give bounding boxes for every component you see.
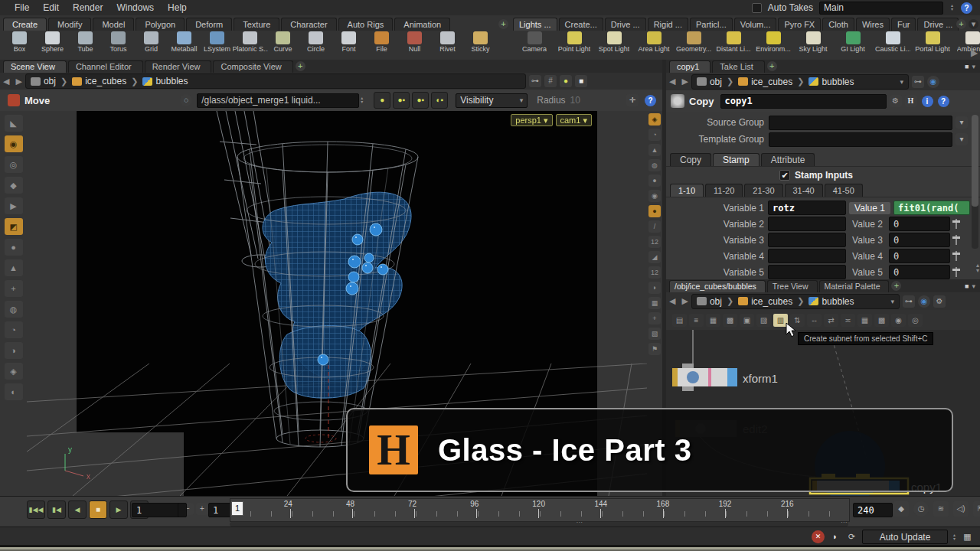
- shelf-tool[interactable]: Curve: [266, 31, 299, 53]
- shelf-tool[interactable]: Sky Light: [793, 31, 833, 53]
- keyframe-icon[interactable]: ◆: [893, 501, 909, 517]
- shelf-tab[interactable]: Animation: [394, 18, 450, 31]
- shelf-tool[interactable]: File: [365, 31, 398, 53]
- viewport-option-icon[interactable]: ▧: [648, 328, 661, 340]
- network-tool-icon[interactable]: ≍: [841, 314, 855, 327]
- pane-tab[interactable]: copy1: [669, 60, 710, 73]
- shelf-tab[interactable]: Drive ...: [917, 18, 959, 31]
- secure-selection-icon[interactable]: ✛: [626, 94, 639, 106]
- shelf-tool[interactable]: Camera: [514, 31, 554, 53]
- viewport-option-icon[interactable]: ◗: [648, 282, 661, 294]
- shelf-tool[interactable]: Rivet: [431, 31, 464, 53]
- menu-item[interactable]: File: [8, 0, 36, 15]
- variable-field[interactable]: [768, 265, 846, 279]
- viewport-option-icon[interactable]: 12: [648, 236, 661, 248]
- playback-options-icon[interactable]: ≋: [933, 501, 949, 517]
- shelf-tab[interactable]: Particl...: [690, 18, 733, 31]
- variable-field[interactable]: [768, 249, 846, 263]
- radial-menu-icon[interactable]: ◉: [927, 76, 939, 88]
- shelf-tab[interactable]: Rigid ...: [648, 18, 688, 31]
- shelf-tab[interactable]: Fur: [891, 18, 916, 31]
- rail-tool-icon[interactable]: ◉: [5, 135, 23, 152]
- value-slider[interactable]: [950, 251, 962, 261]
- variable-field[interactable]: rotz: [768, 201, 846, 215]
- shelf-add-icon2[interactable]: +: [956, 19, 966, 29]
- update-mode-select[interactable]: Auto Update: [862, 530, 948, 544]
- viewport-option-icon[interactable]: ◈: [648, 113, 661, 126]
- help-icon[interactable]: ?: [645, 95, 656, 106]
- menu-item[interactable]: Help: [161, 0, 194, 15]
- select-fully-icon[interactable]: ●▪: [412, 92, 429, 109]
- current-frame-marker[interactable]: 1: [231, 501, 243, 516]
- nav-forward-icon[interactable]: ▶: [12, 77, 24, 86]
- rail-tool-icon[interactable]: ◩: [5, 218, 23, 235]
- shelf-tab[interactable]: Polygon: [136, 18, 185, 31]
- radial-menu-icon[interactable]: ◉: [918, 295, 930, 308]
- shelf-tool[interactable]: Environm...: [753, 31, 793, 53]
- frame-end-field[interactable]: 240: [853, 503, 893, 517]
- viewport-option-icon[interactable]: ●: [648, 174, 661, 187]
- rail-tool-icon[interactable]: ◣: [5, 115, 23, 132]
- shelf-tab[interactable]: Volum...: [734, 18, 777, 31]
- pane-tab[interactable]: Material Palette: [819, 280, 890, 292]
- network-path[interactable]: obj ❯ ice_cubes ❯ bubbles ▾: [691, 294, 900, 309]
- handle-path-field[interactable]: /glass/object_merge1 liquid...: [197, 93, 359, 108]
- memory-icon[interactable]: ▦: [961, 530, 974, 543]
- viewport-option-icon[interactable]: ▦: [648, 297, 661, 309]
- viewport-option-icon[interactable]: ●: [648, 205, 661, 217]
- range-tab[interactable]: 21-30: [744, 184, 782, 197]
- network-tool-icon[interactable]: ◎: [908, 314, 923, 327]
- menu-item[interactable]: Edit: [36, 0, 66, 15]
- pane-maximize-icon[interactable]: ■: [965, 282, 972, 290]
- message-bubble-icon[interactable]: ◗: [828, 530, 841, 543]
- nav-back-icon[interactable]: ◀: [666, 296, 678, 306]
- realtime-icon[interactable]: ◷: [913, 501, 929, 517]
- shelf-tool[interactable]: Box: [3, 31, 36, 53]
- shelf-add-icon[interactable]: +: [498, 19, 508, 29]
- pane-tab[interactable]: Composite View: [213, 60, 292, 73]
- folder-tab[interactable]: Copy: [670, 153, 711, 166]
- shelf-tab[interactable]: Create...: [559, 18, 603, 31]
- shelf-tool[interactable]: Sphere: [36, 31, 69, 53]
- rail-tool-icon[interactable]: ◐: [5, 383, 23, 400]
- select-partial-icon[interactable]: ◐▪: [431, 92, 448, 109]
- shelf-tool[interactable]: Sticky: [464, 31, 497, 53]
- search-icon[interactable]: ◌: [180, 94, 192, 106]
- shelf-tool[interactable]: Torus: [102, 31, 135, 53]
- playback-button[interactable]: ■: [89, 500, 107, 519]
- shelf-tab[interactable]: Pyro FX: [778, 18, 821, 31]
- help-icon[interactable]: ?: [938, 96, 949, 107]
- folder-tab[interactable]: Attribute: [761, 153, 815, 166]
- chevron-down-icon[interactable]: ▾: [956, 116, 968, 129]
- template-group-field[interactable]: [769, 132, 952, 147]
- value-field[interactable]: 0: [889, 217, 950, 231]
- viewport-option-icon[interactable]: ◍: [648, 159, 661, 171]
- gear-icon[interactable]: ⚙: [890, 95, 902, 107]
- shelf-tab[interactable]: Drive ...: [605, 18, 646, 31]
- pane-add-icon[interactable]: +: [296, 61, 305, 71]
- houdini-badge-icon[interactable]: H: [905, 95, 917, 107]
- nav-back-icon[interactable]: ◀: [666, 77, 678, 86]
- pane-tab[interactable]: /obj/ice_cubes/bubbles: [669, 280, 766, 292]
- value-slider[interactable]: [950, 219, 962, 229]
- playback-button[interactable]: ▮◀◀: [27, 500, 45, 519]
- pane-tab[interactable]: Render View: [145, 60, 212, 73]
- nav-back-icon[interactable]: ◀: [0, 77, 12, 86]
- shelf-tool[interactable]: Area Light: [634, 31, 674, 53]
- move-tool-icon[interactable]: [8, 94, 20, 106]
- rail-tool-icon[interactable]: ●: [5, 239, 23, 256]
- frame-start-field[interactable]: 1: [132, 503, 181, 517]
- pane-tab[interactable]: Channel Editor: [68, 60, 143, 73]
- network-tool-icon[interactable]: ▨: [756, 314, 771, 327]
- rail-tool-icon[interactable]: ◔: [5, 321, 23, 338]
- value-slider[interactable]: [950, 235, 962, 245]
- rail-tool-icon[interactable]: +: [5, 280, 23, 297]
- increment-icon[interactable]: +: [196, 503, 208, 515]
- network-tool-icon[interactable]: ▣: [740, 314, 754, 327]
- network-tool-icon[interactable]: ◉: [891, 314, 906, 327]
- variable-field[interactable]: [768, 233, 846, 247]
- handle-spinner[interactable]: ▴▾: [359, 96, 364, 104]
- shelf-tab[interactable]: Wires: [856, 18, 890, 31]
- range-tab[interactable]: 41-50: [825, 184, 863, 197]
- nav-forward-icon[interactable]: ▶: [678, 296, 691, 306]
